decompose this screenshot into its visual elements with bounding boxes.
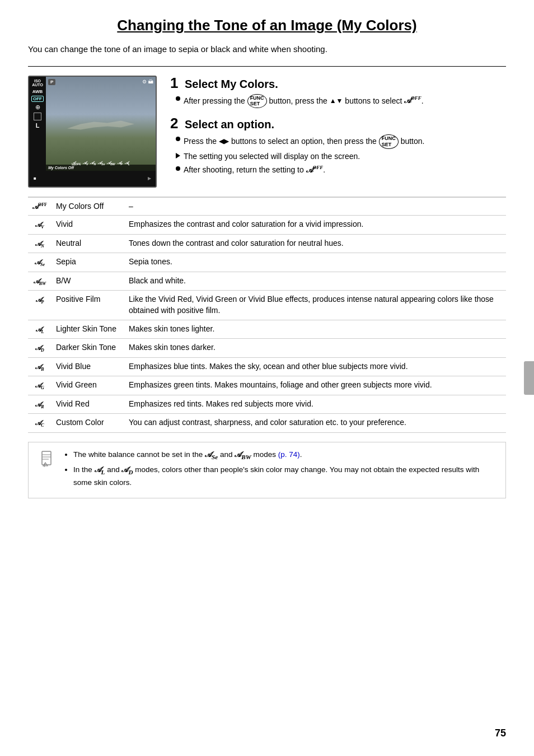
step-2-bullet-3-text: After shooting, return the setting to 𝒜O… (184, 164, 325, 175)
table-row: 𝒜BWB/WBlack and white. (28, 272, 506, 291)
table-row: 𝒜LLighter Skin ToneMakes skin tones ligh… (28, 320, 506, 339)
step-2-header: 2 Select an option. (170, 116, 506, 131)
table-row: 𝒜VVividEmphasizes the contrast and color… (28, 216, 506, 235)
mycolor-off-icon-2: 𝒜OFF (306, 166, 324, 174)
camera-bottom-bar: ■ ▶ (29, 171, 156, 186)
camera-icon-strip: 𝒜OFF 𝒜V 𝒜N 𝒜Se 𝒜BW 𝒜P 𝒜L (46, 161, 156, 166)
table-name-cell: Vivid Green (51, 376, 124, 395)
note-list: The white balance cannot be set in the 𝒜… (63, 449, 496, 489)
strip-icon-7: 𝒜L (125, 161, 130, 166)
table-icon-cell: 𝒜C (28, 414, 51, 433)
step-1-number: 1 (170, 76, 181, 90)
table-icon-cell: 𝒜Se (28, 253, 51, 272)
strip-icon-1: 𝒜OFF (72, 161, 81, 166)
table-desc-cell: Black and white. (124, 272, 506, 291)
table-name-cell: Neutral (51, 234, 124, 253)
table-row: 𝒜SeSepiaSepia tones. (28, 253, 506, 272)
strip-icon-4: 𝒜Se (98, 161, 105, 166)
step-1-bullets: After pressing the FUNCSET button, press… (176, 94, 506, 109)
table-icon-cell: 𝒜N (28, 234, 51, 253)
step-2-bullet-2: The setting you selected will display on… (176, 151, 506, 162)
note-link-1: (p. 74) (278, 450, 300, 459)
table-icon-cell: 𝒜B (28, 357, 51, 376)
table-name-cell: B/W (51, 272, 124, 291)
table-desc-cell: Makes skin tones darker. (124, 339, 506, 358)
table-row: 𝒜GVivid GreenEmphasizes green tints. Mak… (28, 376, 506, 395)
step-1-bullet-1: After pressing the FUNCSET button, press… (176, 94, 506, 109)
page-number: 75 (495, 727, 506, 739)
intro-text: You can change the tone of an image to s… (28, 43, 506, 56)
cam-bottom-right: ▶ (148, 176, 151, 181)
step-1-title: Select My Colors. (185, 78, 278, 91)
note-content: The white balance cannot be set in the 𝒜… (63, 449, 496, 491)
note-item-1: The white balance cannot be set in the 𝒜… (73, 449, 496, 462)
strip-icon-6: 𝒜P (118, 161, 123, 166)
cam-bottom-left: ■ (34, 176, 36, 181)
cam-iso: ISOAUTO (32, 79, 43, 87)
bullet-circle-icon-3 (176, 166, 180, 171)
cam-top-icons: ⚙ 🏔 (142, 79, 153, 85)
table-desc-cell: Like the Vivid Red, Vivid Green or Vivid… (124, 291, 506, 320)
table-icon-cell: 𝒜BW (28, 272, 51, 291)
table-desc-cell: Emphasizes red tints. Makes red subjects… (124, 395, 506, 414)
table-name-cell: Custom Color (51, 414, 124, 433)
plane-shape (67, 115, 134, 138)
note-item-2: In the 𝒜L and 𝒜D modes, colors other tha… (73, 464, 496, 489)
right-tab (524, 361, 534, 395)
table-name-cell: Lighter Skin Tone (51, 320, 124, 339)
table-icon-cell: 𝒜D (28, 339, 51, 358)
camera-subject (51, 94, 150, 160)
table-row: 𝒜RVivid RedEmphasizes red tints. Makes r… (28, 395, 506, 414)
table-desc-cell: Tones down the contrast and color satura… (124, 234, 506, 253)
step-2-bullet-2-text: The setting you selected will display on… (184, 151, 360, 162)
bullet-circle-icon-2 (176, 137, 180, 141)
arrow-updown: ▲▼ (330, 97, 343, 105)
my-colors-label: My Colors Off (48, 166, 74, 170)
step-1-bullet-1-text: After pressing the FUNCSET button, press… (184, 94, 424, 109)
cam-L: L (36, 122, 40, 129)
step-2-number: 2 (170, 116, 181, 130)
step-1-header: 1 Select My Colors. (170, 76, 506, 91)
camera-top-bar: P ⚙ 🏔 (48, 79, 153, 85)
table-desc-cell: Emphasizes blue tints. Makes the sky, oc… (124, 357, 506, 376)
mycolor-off-icon-1: 𝒜OFF (404, 96, 421, 105)
bw-icon-note: 𝒜BW (235, 450, 251, 459)
camera-image: ISOAUTO AWB OFF ⊕ L P ⚙ 🏔 My Colors Off (28, 76, 157, 188)
table-row: 𝒜OFFMy Colors Off– (28, 197, 506, 216)
table-name-cell: My Colors Off (51, 197, 124, 216)
note-icon (38, 450, 55, 474)
camera-screen-main: P ⚙ 🏔 My Colors Off 𝒜OFF 𝒜V 𝒜N 𝒜Se 𝒜BW 𝒜… (46, 77, 156, 171)
color-options-table: 𝒜OFFMy Colors Off–𝒜VVividEmphasizes the … (28, 197, 506, 433)
cam-rect (34, 113, 41, 120)
table-icon-cell: 𝒜G (28, 376, 51, 395)
table-name-cell: Vivid Blue (51, 357, 124, 376)
table-icon-cell: 𝒜L (28, 320, 51, 339)
func-btn-2: FUNCSET (379, 134, 399, 149)
table-desc-cell: Emphasizes green tints. Makes mountains,… (124, 376, 506, 395)
svg-rect-0 (42, 451, 51, 465)
arrow-leftright: ◀▶ (219, 137, 229, 145)
sepia-icon-note: 𝒜Se (205, 450, 218, 459)
cam-p-mode: P (48, 79, 55, 85)
step-2-bullets: Press the ◀▶ buttons to select an option… (176, 134, 506, 175)
step-2-title: Select an option. (185, 118, 274, 131)
table-name-cell: Darker Skin Tone (51, 339, 124, 358)
strip-icon-2: 𝒜V (83, 161, 88, 166)
table-desc-cell: – (124, 197, 506, 216)
darker-icon-note: 𝒜D (121, 465, 133, 474)
table-row: 𝒜NNeutralTones down the contrast and col… (28, 234, 506, 253)
note-box: The white balance cannot be set in the 𝒜… (28, 442, 506, 498)
table-row: 𝒜PPositive FilmLike the Vivid Red, Vivid… (28, 291, 506, 320)
camera-sidebar: ISOAUTO AWB OFF ⊕ L (29, 77, 46, 171)
table-desc-cell: Makes skin tones lighter. (124, 320, 506, 339)
step-1: 1 Select My Colors. After pressing the F… (170, 76, 506, 109)
cam-focus: ⊕ (35, 104, 40, 111)
bullet-circle-icon (176, 96, 180, 101)
table-icon-cell: 𝒜OFF (28, 197, 51, 216)
table-name-cell: Vivid (51, 216, 124, 235)
table-name-cell: Positive Film (51, 291, 124, 320)
instructions-panel: 1 Select My Colors. After pressing the F… (170, 76, 506, 188)
triangle-icon (176, 153, 180, 158)
table-desc-cell: You can adjust contrast, sharpness, and … (124, 414, 506, 433)
strip-icon-3: 𝒜N (90, 161, 96, 166)
